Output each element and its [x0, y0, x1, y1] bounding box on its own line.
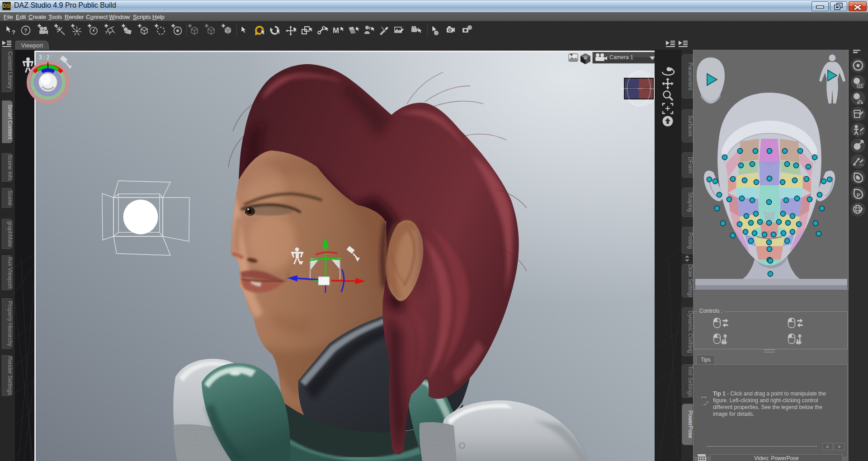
svg-text:?: ? — [12, 29, 15, 36]
svg-text:P: P — [857, 193, 860, 198]
svg-text:Back: Back — [628, 86, 637, 91]
svg-text:M: M — [333, 26, 339, 35]
svg-text:Left: Left — [642, 86, 650, 91]
svg-text:?: ? — [24, 28, 27, 34]
svg-text:Camera 1: Camera 1 — [609, 54, 633, 61]
